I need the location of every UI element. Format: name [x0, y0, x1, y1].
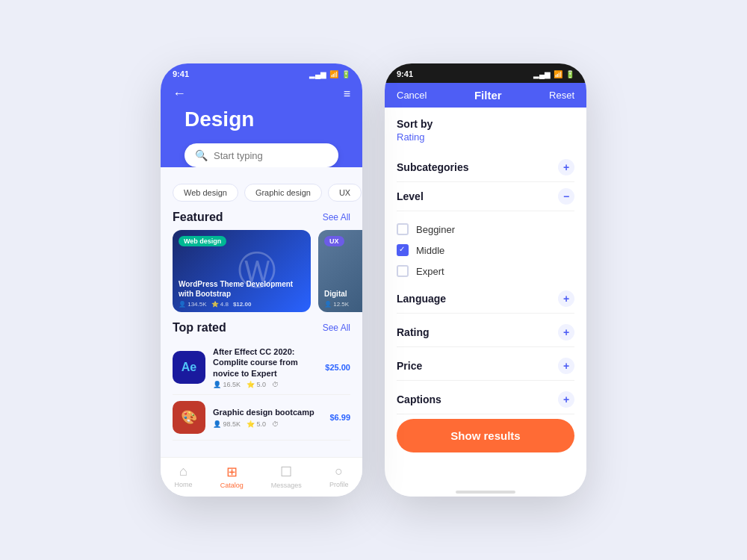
rated-name-1: Graphic design bootcamp: [213, 407, 322, 417]
status-bar-dark: 9:41 ▂▄▆ 📶 🔋: [385, 63, 586, 83]
top-rated-title: Top rated: [173, 321, 226, 335]
status-bar: 9:41 ▂▄▆ 📶 🔋: [173, 69, 350, 78]
captions-expand[interactable]: +: [558, 391, 574, 408]
filter-title: Filter: [474, 89, 502, 102]
reset-button[interactable]: Reset: [549, 90, 574, 101]
rated-students-1: 👤 98.5K: [213, 420, 241, 428]
profile-icon: ○: [335, 464, 343, 479]
tag-ux[interactable]: UX: [328, 184, 362, 202]
phone-header: 9:41 ▂▄▆ 📶 🔋 ← ≡ Design 🔍: [161, 63, 362, 167]
tag-web-design[interactable]: Web design: [173, 184, 238, 202]
expert-checkbox[interactable]: [397, 265, 409, 277]
right-phone: 9:41 ▂▄▆ 📶 🔋 Cancel Filter Reset Sort by…: [385, 63, 586, 497]
nav-messages-label: Messages: [271, 482, 302, 489]
status-time-right: 9:41: [397, 69, 413, 78]
card-students-small: 👤 12.5K: [324, 301, 349, 308]
rated-thumb-ae: Ae: [173, 351, 205, 384]
level-section: Level − Begginer Middle Expert: [397, 182, 574, 284]
featured-scroll: Web design Ⓦ WordPress Theme Development…: [161, 230, 362, 321]
ae-icon: Ae: [182, 361, 196, 374]
rating-title: Rating: [397, 326, 430, 338]
nav-catalog[interactable]: ⊞ Catalog: [220, 464, 244, 489]
phone-nav: ← ≡: [173, 83, 350, 108]
gd-icon: 🎨: [181, 409, 197, 426]
card-students: 👤 134.5K: [179, 301, 207, 308]
search-input[interactable]: [214, 150, 339, 161]
featured-card-main[interactable]: Web design Ⓦ WordPress Theme Development…: [173, 230, 311, 312]
rating-section: Rating +: [397, 318, 574, 347]
card-price: $12.00: [233, 301, 251, 308]
card-title: WordPress Theme Development with Bootstr…: [179, 279, 305, 299]
rated-item-0[interactable]: Ae After Effect CC 2020: Complite course…: [173, 340, 350, 395]
rating-expand[interactable]: +: [558, 324, 574, 340]
tags-row: Web design Graphic design UX: [161, 184, 362, 211]
sort-by-value[interactable]: Rating: [397, 131, 574, 143]
language-expand[interactable]: +: [558, 290, 574, 307]
beginner-checkbox[interactable]: [397, 223, 409, 235]
middle-checkbox[interactable]: [397, 244, 409, 256]
language-title: Language: [397, 293, 446, 305]
tag-graphic-design[interactable]: Graphic design: [244, 184, 322, 202]
featured-card-small[interactable]: UX Digital 👤 12.5K: [318, 230, 362, 312]
card-rating: ⭐ 4.8: [211, 301, 229, 308]
nav-home-label: Home: [175, 481, 193, 488]
show-results-button[interactable]: Show results: [397, 419, 574, 452]
rated-students-0: 👤 16.5K: [213, 381, 241, 388]
cancel-button[interactable]: Cancel: [397, 90, 427, 101]
nav-home[interactable]: ⌂ Home: [175, 464, 193, 489]
rated-meta-0: 👤 16.5K ⭐ 5.0 ⏱: [213, 381, 317, 388]
nav-messages[interactable]: ☐ Messages: [271, 464, 302, 489]
signal-icon: ▂▄▆: [309, 70, 326, 78]
level-expert-row[interactable]: Expert: [397, 261, 574, 281]
level-middle-row[interactable]: Middle: [397, 240, 574, 261]
filter-body: Sort by Rating Subcategories + Level − B…: [385, 108, 586, 486]
rated-info-1: Graphic design bootcamp 👤 98.5K ⭐ 5.0 ⏱: [213, 407, 322, 427]
status-icons: ▂▄▆ 📶 🔋: [309, 70, 350, 78]
rated-time-0: ⏱: [272, 381, 279, 388]
rated-item-1[interactable]: 🎨 Graphic design bootcamp 👤 98.5K ⭐ 5.0 …: [173, 395, 350, 441]
battery-icon: 🔋: [341, 70, 350, 78]
top-rated-list: Ae After Effect CC 2020: Complite course…: [161, 340, 362, 441]
back-button[interactable]: ←: [173, 86, 186, 102]
price-section: Price +: [397, 352, 574, 381]
subcategories-expand[interactable]: +: [558, 159, 574, 175]
catalog-icon: ⊞: [226, 464, 238, 480]
messages-icon: ☐: [280, 464, 292, 480]
search-icon: 🔍: [195, 149, 208, 161]
top-rated-see-all[interactable]: See All: [323, 323, 350, 333]
top-rated-header: Top rated See All: [161, 321, 362, 340]
left-phone: 9:41 ▂▄▆ 📶 🔋 ← ≡ Design 🔍 Web design Gra…: [161, 63, 362, 497]
rated-price-0: $25.00: [325, 363, 350, 372]
level-beginner-row[interactable]: Begginer: [397, 219, 574, 240]
middle-label: Middle: [416, 245, 444, 256]
subcategories-section: Subcategories +: [397, 153, 574, 182]
rated-price-1: $6.99: [329, 413, 350, 422]
captions-section: Captions +: [397, 385, 574, 414]
status-time: 9:41: [173, 69, 189, 78]
menu-icon[interactable]: ≡: [344, 87, 350, 101]
home-icon: ⌂: [179, 464, 187, 479]
card-meta: 👤 134.5K ⭐ 4.8 $12.00: [179, 301, 305, 308]
price-title: Price: [397, 360, 422, 372]
wifi-icon: 📶: [329, 70, 338, 78]
nav-profile[interactable]: ○ Profile: [329, 464, 349, 489]
card-meta-small: 👤 12.5K: [324, 301, 362, 308]
featured-see-all[interactable]: See All: [323, 212, 350, 223]
rated-rating-0: ⭐ 5.0: [247, 381, 266, 388]
level-section-header: Level −: [397, 182, 574, 211]
sort-by-label: Sort by: [397, 118, 574, 130]
search-bar[interactable]: 🔍: [185, 143, 338, 167]
level-options: Begginer Middle Expert: [397, 211, 574, 284]
status-icons-right: ▂▄▆ 📶 🔋: [533, 70, 574, 78]
filter-nav: Cancel Filter Reset: [385, 83, 586, 108]
home-indicator: [385, 486, 586, 497]
card-badge-webdesign: Web design: [179, 236, 226, 246]
phone-content: Web design Graphic design UX Featured Se…: [161, 167, 362, 457]
captions-title: Captions: [397, 393, 441, 405]
rated-name-0: After Effect CC 2020: Complite course fr…: [213, 346, 317, 379]
wifi-icon-right: 📶: [554, 70, 562, 78]
level-collapse[interactable]: −: [558, 188, 574, 205]
card-info-small: Digital 👤 12.5K: [318, 284, 362, 312]
card-title-small: Digital: [324, 289, 362, 299]
price-expand[interactable]: +: [558, 358, 574, 374]
